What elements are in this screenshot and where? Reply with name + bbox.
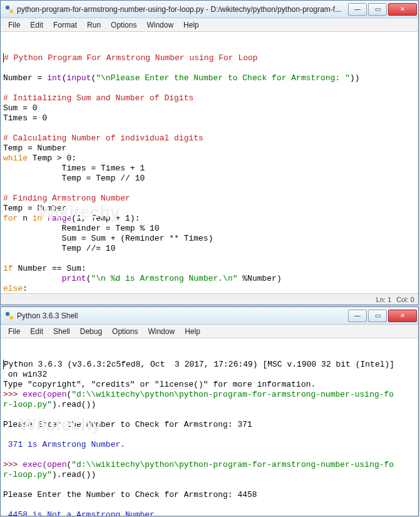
svg-rect-0 [6, 6, 9, 9]
status-col: Col: 0 [396, 296, 414, 303]
code-editor[interactable]: Wikitechy # Python Program For Armstrong… [1, 32, 418, 293]
menu-help[interactable]: Help [180, 326, 205, 337]
minimize-button[interactable]: — [348, 3, 367, 16]
menu-edit[interactable]: Edit [25, 326, 48, 337]
menu-edit[interactable]: Edit [25, 19, 48, 31]
menu-run[interactable]: Run [82, 19, 106, 31]
menu-shell[interactable]: Shell [48, 326, 75, 337]
shell-window: Python 3.6.3 Shell — ▭ ✕ File Edit Shell… [0, 306, 419, 516]
svg-rect-2 [6, 312, 9, 316]
maximize-button[interactable]: ▭ [368, 3, 387, 16]
editor-statusbar: Ln: 1 Col: 0 [1, 293, 418, 305]
status-line: Ln: 1 [376, 296, 391, 303]
menu-window[interactable]: Window [141, 19, 178, 31]
python-icon [4, 311, 14, 321]
python-icon [4, 4, 14, 14]
shell-output[interactable]: Wikitechy Python 3.6.3 (v3.6.3:2c5fed8, … [1, 338, 418, 516]
menu-debug[interactable]: Debug [75, 326, 107, 337]
shell-menubar: File Edit Shell Debug Options Window Hel… [1, 325, 418, 338]
menu-help[interactable]: Help [178, 19, 204, 31]
window-controls: — ▭ ✕ [347, 310, 417, 322]
menu-options[interactable]: Options [106, 19, 141, 31]
minimize-button[interactable]: — [348, 310, 367, 322]
maximize-button[interactable]: ▭ [368, 310, 387, 322]
editor-menubar: File Edit Format Run Options Window Help [1, 18, 418, 32]
window-controls: — ▭ ✕ [347, 3, 417, 16]
menu-file[interactable]: File [3, 19, 25, 31]
editor-titlebar[interactable]: python-program-for-armstrong-number-usin… [1, 1, 418, 18]
menu-options[interactable]: Options [107, 326, 143, 337]
editor-window: python-program-for-armstrong-number-usin… [0, 0, 419, 305]
close-button[interactable]: ✕ [388, 310, 417, 322]
editor-title: python-program-for-armstrong-number-usin… [17, 5, 344, 14]
shell-title: Python 3.6.3 Shell [17, 311, 344, 320]
close-button[interactable]: ✕ [388, 3, 417, 16]
menu-format[interactable]: Format [48, 19, 82, 31]
shell-titlebar[interactable]: Python 3.6.3 Shell — ▭ ✕ [1, 307, 418, 325]
svg-rect-1 [9, 9, 13, 13]
menu-window[interactable]: Window [143, 326, 180, 337]
svg-rect-3 [9, 316, 13, 320]
menu-file[interactable]: File [3, 326, 25, 337]
